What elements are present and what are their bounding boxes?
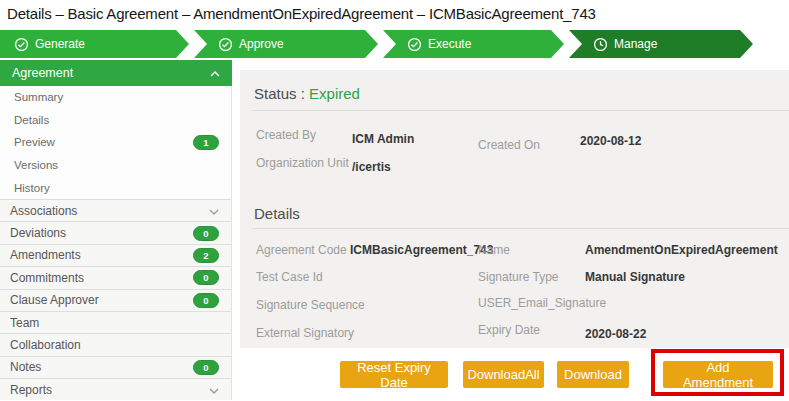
created-on-value: 2020-08-12 <box>580 134 641 148</box>
sidebar-item-associations[interactable]: Associations <box>0 199 231 221</box>
signature-type-label: Signature Type <box>478 270 559 284</box>
status-badge: Expired <box>309 85 360 102</box>
status-line: Status : Expired <box>254 85 360 102</box>
agreement-details-page: Details – Basic Agreement – AmendmentOnE… <box>0 0 789 401</box>
sidebar-item-label: Details <box>14 114 49 126</box>
organization-unit-label: Organization Unit <box>256 156 349 170</box>
clock-icon <box>593 37 608 52</box>
stage-label: Generate <box>35 37 85 51</box>
count-badge: 0 <box>193 226 219 241</box>
sidebar-item-label: Clause Approver <box>10 293 99 307</box>
sidebar-item-details[interactable]: Details <box>0 109 231 132</box>
download-button[interactable]: Download <box>557 361 629 388</box>
sidebar-agreement-subitems: Summary Details Preview 1 Versions Histo… <box>0 86 232 199</box>
workflow-stage-execute[interactable]: Execute <box>383 30 564 58</box>
sidebar-item-label: Summary <box>14 91 63 103</box>
sidebar-item-label: Associations <box>10 204 77 218</box>
sidebar-item-label: Notes <box>10 360 41 374</box>
external-signatory-label: External Signatory <box>256 326 354 340</box>
check-circle-icon <box>407 37 422 52</box>
sidebar-section-label: Agreement <box>12 66 73 80</box>
workflow-stage-generate[interactable]: Generate <box>0 30 189 58</box>
agreement-code-label: Agreement Code <box>256 243 347 257</box>
sidebar-item-label: Preview <box>14 136 55 148</box>
sidebar-item-label: Deviations <box>10 226 66 240</box>
check-circle-icon <box>14 37 29 52</box>
sidebar-item-versions[interactable]: Versions <box>0 154 231 177</box>
sidebar-item-label: Team <box>10 316 39 330</box>
workflow-stage-manage[interactable]: Manage <box>569 30 753 58</box>
sidebar: Agreement Summary Details Preview 1 Vers… <box>0 60 232 400</box>
sidebar-item-notes[interactable]: Notes 0 <box>0 356 231 378</box>
check-circle-icon <box>218 37 233 52</box>
count-badge: 0 <box>193 360 219 375</box>
signature-type-value: Manual Signature <box>585 270 685 284</box>
sidebar-item-clause-approver[interactable]: Clause Approver 0 <box>0 289 231 311</box>
agreement-code-value: ICMBasicAgreement_743 <box>350 243 493 257</box>
sidebar-item-label: Collaboration <box>10 338 81 352</box>
status-label: Status : <box>254 85 305 102</box>
sidebar-item-preview[interactable]: Preview 1 <box>0 131 231 154</box>
divider <box>252 110 789 111</box>
sidebar-section-agreement[interactable]: Agreement <box>0 60 232 86</box>
reset-expiry-date-button[interactable]: Reset Expiry Date <box>340 361 448 388</box>
stage-label: Manage <box>614 37 657 51</box>
sidebar-item-label: Reports <box>10 383 52 397</box>
count-badge: 0 <box>193 293 219 308</box>
count-badge: 2 <box>193 248 219 263</box>
add-amendment-button[interactable]: Add Amendment <box>663 361 773 388</box>
expiry-date-label: Expiry Date <box>478 323 540 337</box>
details-panel: Status : Expired Created By ICM Admin Cr… <box>240 70 789 348</box>
name-label: Name <box>478 243 510 257</box>
test-case-id-label: Test Case Id <box>256 270 323 284</box>
sidebar-item-collaboration[interactable]: Collaboration <box>0 333 231 355</box>
workflow-bar: Generate Approve Execute Manage <box>0 30 789 58</box>
expiry-date-value: 2020-08-22 <box>585 327 646 341</box>
count-badge: 1 <box>193 135 219 150</box>
details-section-heading: Details <box>254 205 300 222</box>
divider <box>252 228 789 229</box>
sidebar-item-reports[interactable]: Reports <box>0 378 231 400</box>
organization-unit-value: /icertis <box>352 160 391 174</box>
sidebar-item-label: Versions <box>14 159 58 171</box>
sidebar-item-team[interactable]: Team <box>0 311 231 333</box>
workflow-stage-approve[interactable]: Approve <box>194 30 378 58</box>
chevron-down-icon <box>209 383 219 397</box>
chevron-up-icon <box>210 66 220 80</box>
user-email-signature-label: USER_Email_Signature <box>478 296 606 310</box>
chevron-down-icon <box>209 204 219 218</box>
stage-label: Execute <box>428 37 471 51</box>
sidebar-item-label: Commitments <box>10 271 84 285</box>
stage-label: Approve <box>239 37 284 51</box>
sidebar-item-deviations[interactable]: Deviations 0 <box>0 221 231 243</box>
sidebar-item-label: History <box>14 182 50 194</box>
created-on-label: Created On <box>478 138 540 152</box>
sidebar-item-summary[interactable]: Summary <box>0 86 231 109</box>
page-title: Details – Basic Agreement – AmendmentOnE… <box>7 5 596 22</box>
sidebar-item-commitments[interactable]: Commitments 0 <box>0 266 231 288</box>
name-value: AmendmentOnExpiredAgreement <box>585 243 778 257</box>
created-by-label: Created By <box>256 128 316 142</box>
download-all-button[interactable]: DownloadAll <box>463 361 544 388</box>
sidebar-sections: Associations Deviations 0 Amendments 2 C… <box>0 199 232 401</box>
count-badge: 0 <box>193 270 219 285</box>
created-by-value: ICM Admin <box>352 132 414 146</box>
signature-sequence-label: Signature Sequence <box>256 298 365 312</box>
sidebar-item-label: Amendments <box>10 248 81 262</box>
sidebar-item-history[interactable]: History <box>0 176 231 199</box>
sidebar-item-amendments[interactable]: Amendments 2 <box>0 244 231 266</box>
